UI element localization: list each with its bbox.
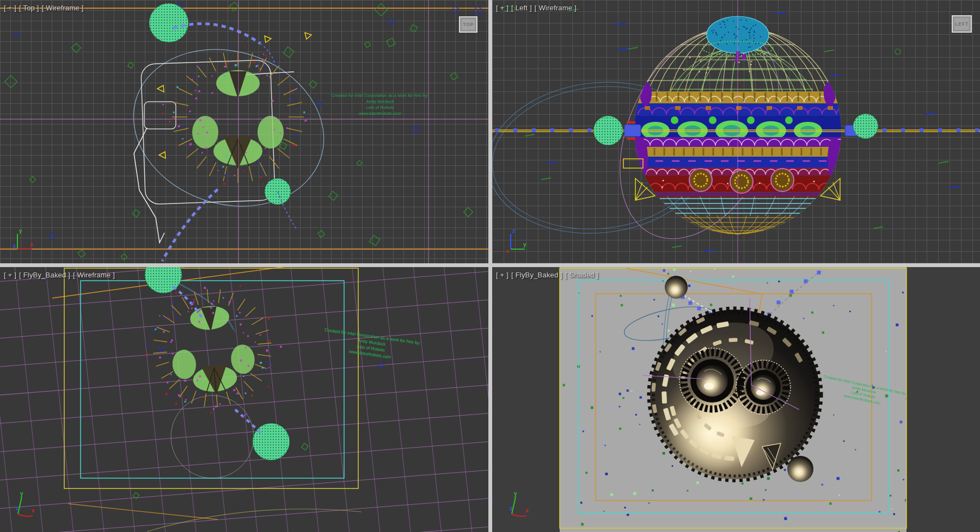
viewport-camera-shaded[interactable]: yxz [ + ][ FlyBy_Baked ][ Shaded ] Creat… bbox=[492, 267, 980, 532]
viewcube-label: TOP bbox=[463, 22, 474, 27]
scene-canvas-camera-wire: yxz bbox=[0, 267, 488, 532]
viewcube-top[interactable]: TOP bbox=[459, 16, 477, 33]
left-axis-z-label: z bbox=[512, 228, 515, 234]
viewport-menu-general[interactable]: [ + ] bbox=[4, 271, 16, 279]
camshaded-axis-x-label: x bbox=[525, 508, 529, 514]
scene-canvas-camera-shaded: yxz bbox=[492, 267, 980, 532]
viewport-left-wireframe[interactable]: zyx [ + ][ Left ][ Wireframe ] LEFT bbox=[492, 0, 980, 263]
viewport-menu-general[interactable]: [ + ] bbox=[496, 271, 509, 279]
viewcube-left[interactable]: LEFT bbox=[952, 15, 972, 33]
top-axis-z-label: z bbox=[13, 243, 16, 249]
viewport-menu-general[interactable]: [ + ] bbox=[4, 4, 16, 12]
left-axis-x-label: x bbox=[506, 248, 509, 254]
viewport-menu-pov[interactable]: [ Top ] bbox=[19, 4, 39, 12]
camwire-axis-z-label: z bbox=[16, 505, 19, 511]
viewport-label: [ + ][ FlyBy_Baked ][ Wireframe ] bbox=[4, 271, 118, 279]
viewport-top-wireframe[interactable]: yxz [ + ][ Top ][ Wireframe ] TOP Create… bbox=[0, 0, 488, 263]
viewport-menu-shading[interactable]: [ Wireframe ] bbox=[42, 4, 84, 12]
camshaded-axis-z-label: z bbox=[510, 505, 512, 511]
viewport-menu-shading[interactable]: [ Shaded ] bbox=[565, 271, 598, 279]
camshaded-axis-y-label: y bbox=[514, 491, 517, 497]
viewport-camera-wireframe[interactable]: yxz [ + ][ FlyBy_Baked ][ Wireframe ] Cr… bbox=[0, 267, 488, 532]
top-axis-y-label: y bbox=[19, 228, 22, 234]
viewport-label: [ + ][ Top ][ Wireframe ] bbox=[4, 4, 87, 12]
viewport-menu-shading[interactable]: [ Wireframe ] bbox=[535, 4, 577, 12]
viewport-quad-layout: yxz [ + ][ Top ][ Wireframe ] TOP Create… bbox=[0, 0, 980, 532]
viewport-label: [ + ][ FlyBy_Baked ][ Shaded ] bbox=[496, 271, 601, 279]
viewport-menu-shading[interactable]: [ Wireframe ] bbox=[73, 271, 115, 279]
top-axis-x-label: x bbox=[30, 242, 33, 248]
camwire-axis-x-label: x bbox=[32, 508, 35, 514]
viewport-label: [ + ][ Left ][ Wireframe ] bbox=[496, 4, 579, 12]
viewport-menu-pov[interactable]: [ FlyBy_Baked ] bbox=[511, 271, 562, 279]
viewport-menu-pov[interactable]: [ FlyBy_Baked ] bbox=[19, 271, 70, 279]
viewcube-label: LEFT bbox=[955, 21, 969, 27]
left-axis-y-label: y bbox=[523, 242, 526, 248]
scene-canvas-left: zyx bbox=[492, 0, 980, 263]
scene-canvas-top: yxz bbox=[0, 0, 488, 263]
camwire-axis-y-label: y bbox=[20, 491, 23, 497]
viewport-menu-general[interactable]: [ + ] bbox=[496, 4, 509, 12]
viewport-menu-pov[interactable]: [ Left ] bbox=[511, 4, 532, 12]
